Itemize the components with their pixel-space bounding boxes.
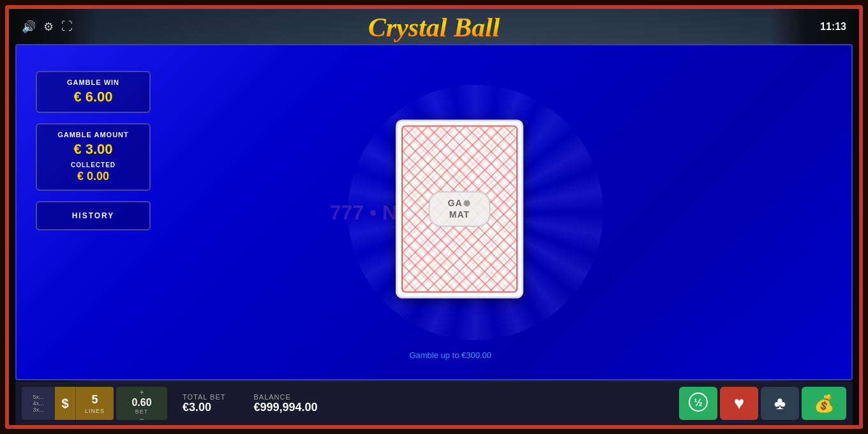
collect-icon: 💰	[814, 394, 834, 414]
card-logo-text-2: MAT	[449, 209, 470, 220]
history-button[interactable]: HISTORY	[36, 201, 151, 230]
balance-value: €999,994.00	[253, 401, 317, 414]
heart-gamble-button[interactable]: ♥	[720, 387, 758, 420]
history-label: HISTORY	[46, 211, 140, 220]
club-icon: ♣	[774, 393, 786, 414]
gamble-limit-text: Gamble up to €300.00	[409, 350, 491, 360]
collected-value: € 0.00	[46, 170, 140, 183]
balance-section: BALANCE €999,994.00	[253, 393, 317, 414]
heart-icon: ♥	[734, 393, 745, 414]
gamble-amount-label: GAMBLE AMOUNT	[46, 131, 140, 138]
half-gamble-button[interactable]: ½	[679, 387, 717, 420]
fullscreen-icon[interactable]: ⛶	[61, 20, 73, 33]
gamble-amount-value: € 3.00	[46, 141, 140, 158]
collected-label: COLLECTED	[46, 161, 140, 168]
card-logo: GAMAT	[429, 191, 491, 227]
club-gamble-button[interactable]: ♣	[761, 387, 799, 420]
collect-button[interactable]: 💰	[802, 387, 846, 420]
gamble-win-box: GAMBLE WIN € 6.00	[36, 71, 151, 113]
card-logo-dot	[464, 200, 470, 207]
lines-count: 5	[91, 393, 98, 407]
gamble-amount-box: GAMBLE AMOUNT € 3.00 COLLECTED € 0.00	[36, 123, 151, 191]
settings-icon[interactable]: ⚙	[43, 20, 54, 34]
card-container[interactable]: GAMAT	[396, 119, 523, 298]
balance-label: BALANCE	[253, 393, 290, 401]
lines-dollar-icon: $	[55, 387, 75, 420]
bet-label: BET	[135, 408, 149, 415]
lines-4x: 4x...	[33, 400, 43, 407]
bet-increase-button[interactable]: +	[139, 388, 144, 397]
gamble-win-value: € 6.00	[46, 89, 140, 105]
outer-frame: 🔊 ⚙ ⛶ Crystal Ball 11:13 777 • No Deposi…	[5, 5, 863, 429]
game-area: 777 • No Deposit GAMBLE WIN € 6.00 GAMBL…	[15, 44, 853, 380]
svg-text:½: ½	[694, 397, 702, 408]
bottom-bar: 5x... 4x... 3x... $ 5 LINES + 0.60 BET −…	[15, 382, 853, 425]
sound-icon[interactable]: 🔊	[22, 20, 36, 34]
playing-card: GAMAT	[396, 119, 523, 298]
bet-decrease-button[interactable]: −	[139, 415, 144, 424]
game-title: Crystal Ball	[368, 12, 500, 43]
clock: 11:13	[820, 21, 846, 33]
bet-value: 0.60	[131, 397, 151, 408]
total-bet-label: TOTAL BET	[183, 393, 225, 401]
lines-5x: 5x...	[33, 394, 43, 400]
total-bet-section: TOTAL BET €3.00	[183, 393, 225, 414]
top-controls: 🔊 ⚙ ⛶	[22, 20, 73, 34]
total-bet-value: €3.00	[183, 401, 211, 414]
bet-box: + 0.60 BET −	[116, 387, 167, 420]
half-gamble-icon: ½	[687, 391, 710, 417]
card-logo-text: GA	[448, 198, 463, 208]
lines-control: 5x... 4x... 3x... $ 5 LINES	[22, 387, 114, 420]
lines-3x: 3x...	[33, 407, 43, 413]
lines-label: LINES	[85, 408, 105, 414]
gamble-win-label: GAMBLE WIN	[46, 79, 140, 86]
lines-number-box: 5 LINES	[75, 387, 114, 420]
lines-left-display: 5x... 4x... 3x...	[22, 387, 55, 420]
top-bar: 🔊 ⚙ ⛶ Crystal Ball 11:13	[9, 9, 859, 44]
left-panel: GAMBLE WIN € 6.00 GAMBLE AMOUNT € 3.00 C…	[36, 71, 151, 230]
